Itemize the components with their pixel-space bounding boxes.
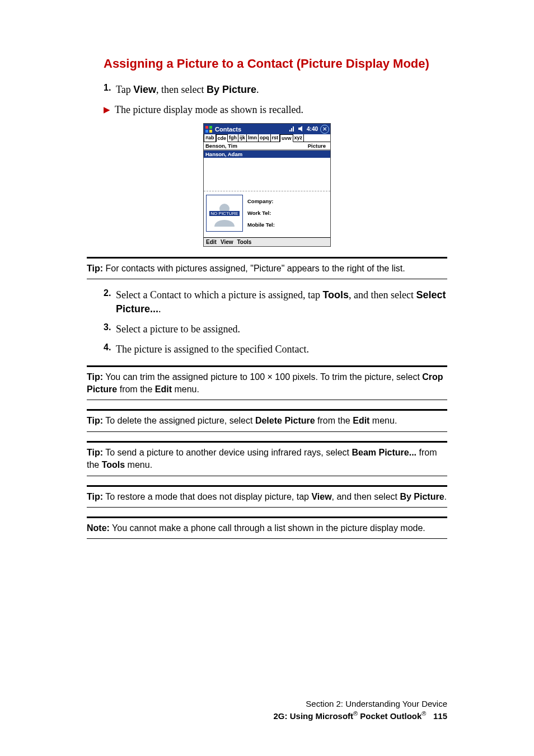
index-tab: uvw bbox=[280, 134, 293, 142]
ss-time: 4:40 bbox=[307, 126, 318, 132]
manual-page: Assigning a Picture to a Contact (Pictur… bbox=[0, 0, 534, 756]
field-mobile-tel: Mobile Tel: bbox=[247, 219, 275, 231]
t: To restore a mode that does not display … bbox=[103, 492, 311, 501]
tip-label: Tip: bbox=[87, 492, 103, 501]
device-screenshot: Contacts 4:40 ✕ #ab cde fgh ijk lmn opq … bbox=[203, 123, 331, 247]
menu-view: View bbox=[221, 239, 233, 245]
no-picture-placeholder: NO PICTURE bbox=[206, 195, 243, 232]
tip-3: Tip: To delete the assigned picture, sel… bbox=[87, 409, 447, 431]
index-tab: ijk bbox=[238, 134, 247, 142]
t: Delete Picture bbox=[255, 416, 315, 425]
t: By Picture bbox=[207, 84, 256, 95]
windows-flag-icon bbox=[205, 125, 213, 133]
step-3: 3. Select a picture to be assigned. bbox=[104, 322, 447, 336]
svg-marker-7 bbox=[298, 126, 302, 132]
registered-icon: ® bbox=[353, 710, 358, 717]
ss-app-title: Contacts bbox=[215, 126, 289, 133]
tip-5: Tip: To restore a mode that does not dis… bbox=[87, 485, 447, 508]
footer-section: Section 2: Understanding Your Device bbox=[87, 698, 447, 710]
tip-4: Tip: To send a picture to another device… bbox=[87, 441, 447, 476]
column-name: Benson, Tim bbox=[204, 142, 239, 149]
index-tab: #ab bbox=[204, 134, 216, 142]
t: By Picture bbox=[400, 492, 444, 501]
t: Select a Contact to which a picture is a… bbox=[116, 289, 322, 300]
ss-detail-fields: Company: Work Tel: Mobile Tel: bbox=[247, 196, 275, 231]
step-1: 1. Tap View, then select By Picture. bbox=[104, 83, 447, 96]
t: 2G: Using Microsoft bbox=[274, 711, 354, 721]
times-symbol: × bbox=[268, 372, 273, 382]
no-picture-label: NO PICTURE bbox=[209, 211, 239, 216]
step-text: Select a Contact to which a picture is a… bbox=[116, 288, 447, 316]
step-text: The picture is assigned to the specified… bbox=[116, 342, 447, 356]
step-number: 1. bbox=[104, 83, 116, 93]
tip-label: Tip: bbox=[87, 372, 103, 382]
step-number: 2. bbox=[104, 288, 116, 298]
t: . bbox=[158, 303, 161, 314]
t: from the bbox=[117, 384, 155, 394]
section-title: Assigning a Picture to a Contact (Pictur… bbox=[104, 56, 447, 72]
step-4: 4. The picture is assigned to the specif… bbox=[104, 342, 447, 356]
t: . bbox=[444, 492, 447, 501]
ss-titlebar: Contacts 4:40 ✕ bbox=[204, 124, 330, 134]
t: To send a picture to another device usin… bbox=[103, 448, 352, 457]
step-number: 3. bbox=[104, 322, 116, 332]
svg-rect-6 bbox=[293, 126, 294, 132]
t: Edit bbox=[353, 416, 369, 425]
registered-icon: ® bbox=[421, 710, 426, 717]
step-text: Tap View, then select By Picture. bbox=[116, 83, 447, 96]
step-2: 2. Select a Contact to which a picture i… bbox=[104, 288, 447, 316]
t: To delete the assigned picture, select bbox=[103, 416, 255, 425]
t: , then select bbox=[156, 84, 207, 95]
step-number: 4. bbox=[104, 342, 116, 353]
page-number: 115 bbox=[433, 711, 447, 721]
tip-label: Tip: bbox=[87, 448, 103, 457]
footer-title: 2G: Using Microsoft® Pocket Outlook® 115 bbox=[87, 710, 447, 722]
note-label: Note: bbox=[87, 523, 110, 533]
result-bullet: ▶ The picture display mode as shown is r… bbox=[104, 103, 447, 116]
t: from the bbox=[315, 416, 353, 425]
contact-row-selected: Hanson, Adam bbox=[204, 151, 330, 158]
t: menu. bbox=[125, 460, 152, 469]
tip-2: Tip: You can trim the assigned picture t… bbox=[87, 365, 447, 401]
page-footer: Section 2: Understanding Your Device 2G:… bbox=[87, 698, 447, 723]
signal-icon bbox=[289, 125, 296, 133]
index-tab: cde bbox=[216, 134, 228, 142]
triangle-icon: ▶ bbox=[104, 103, 110, 116]
t: . bbox=[256, 84, 259, 95]
ss-column-headers: Benson, Tim Picture bbox=[204, 142, 330, 151]
t: , and then select bbox=[349, 289, 416, 300]
t: Pocket Outlook bbox=[358, 711, 421, 721]
tip-label: Tip: bbox=[87, 264, 103, 273]
ss-index-tabs: #ab cde fgh ijk lmn opq rst uvw xyz bbox=[204, 134, 330, 142]
column-picture: Picture bbox=[306, 142, 330, 149]
field-work-tel: Work Tel: bbox=[247, 208, 275, 219]
ss-menubar: Edit View Tools bbox=[204, 237, 330, 246]
svg-rect-4 bbox=[289, 130, 291, 132]
bullet-text: The picture display mode as shown is rec… bbox=[115, 103, 303, 116]
t: 100 pixels. To trim the picture, select bbox=[273, 372, 422, 382]
svg-rect-5 bbox=[291, 128, 292, 132]
t: Edit bbox=[155, 384, 172, 394]
t: View bbox=[133, 84, 156, 95]
tip-1: Tip: For contacts with pictures assigned… bbox=[87, 257, 447, 279]
menu-edit: Edit bbox=[206, 239, 217, 245]
svg-rect-1 bbox=[209, 126, 212, 129]
close-icon: ✕ bbox=[320, 125, 329, 134]
tip-label: Tip: bbox=[87, 416, 103, 425]
t: , and then select bbox=[332, 492, 400, 501]
tip-body: For contacts with pictures assigned, "Pi… bbox=[103, 264, 405, 273]
t: Tools bbox=[322, 289, 349, 300]
field-company: Company: bbox=[247, 196, 275, 208]
step-text: Select a picture to be assigned. bbox=[116, 322, 447, 336]
index-tab: opq bbox=[259, 134, 271, 142]
t: menu. bbox=[172, 384, 199, 394]
index-tab: rst bbox=[271, 134, 280, 142]
ss-detail-pane: NO PICTURE Company: Work Tel: Mobile Tel… bbox=[204, 191, 330, 237]
t: You can trim the assigned picture to 100 bbox=[103, 372, 268, 382]
index-tab: fgh bbox=[228, 134, 238, 142]
t: Beam Picture... bbox=[352, 448, 416, 457]
t: menu. bbox=[369, 416, 397, 425]
index-tab: lmn bbox=[247, 134, 259, 142]
menu-tools: Tools bbox=[237, 239, 252, 245]
t: Tap bbox=[116, 84, 133, 95]
